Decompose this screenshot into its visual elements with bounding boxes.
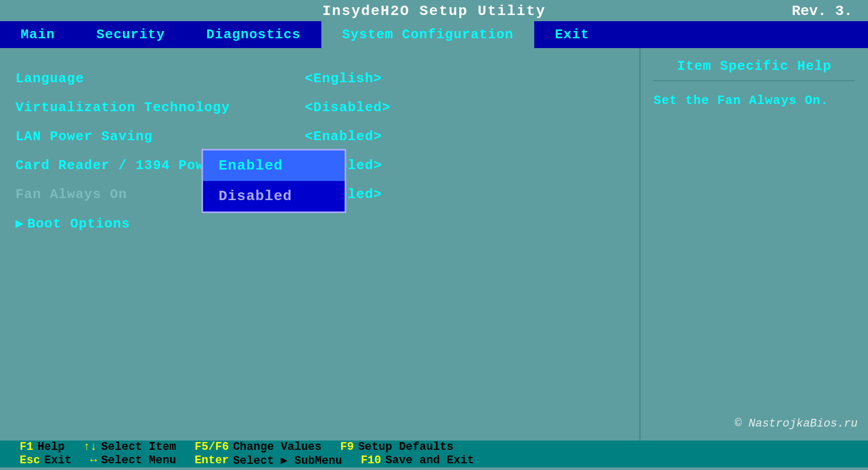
nav-item-system-configuration[interactable]: System Configuration [321, 21, 534, 48]
help-text: Set the Fan Always On. [654, 92, 855, 110]
bottom-key-f10: F10Save and Exit [351, 453, 483, 467]
menu-value-1: <Disabled> [305, 100, 391, 115]
bottom-key-f9: F9Setup Defaults [331, 441, 463, 453]
right-panel: Item Specific Help Set the Fan Always On… [641, 48, 868, 441]
key-label: ↑↓ [83, 441, 97, 453]
nav-item-main[interactable]: Main [0, 21, 75, 48]
key-desc: Select Menu [101, 454, 176, 467]
bottom-key-enter: EnterSelect ▶ SubMenu [185, 453, 351, 467]
key-label: Enter [195, 454, 229, 467]
nav-item-exit[interactable]: Exit [534, 21, 610, 48]
menu-row-1[interactable]: Virtualization Technology<Disabled> [16, 98, 624, 117]
bottom-key-↔: ↔Select Menu [81, 453, 185, 467]
menu-label-2: LAN Power Saving [16, 129, 305, 144]
bottom-bar: F1Help↑↓Select ItemF5/F6Change ValuesF9S… [0, 441, 868, 467]
menu-label-5: ▶Boot Options [16, 215, 305, 232]
key-label: F5/F6 [195, 441, 229, 453]
key-desc: Setup Defaults [358, 441, 454, 453]
key-label: F10 [361, 454, 381, 467]
arrow-icon-5: ▶ [16, 216, 24, 232]
menu-row-2[interactable]: LAN Power Saving<Enabled> [16, 127, 624, 146]
main-content: Language<English>Virtualization Technolo… [0, 48, 868, 441]
nav-bar: MainSecurityDiagnosticsSystem Configurat… [0, 21, 868, 48]
key-label: Esc [20, 454, 40, 467]
key-label: ↔ [90, 454, 97, 467]
nav-item-security[interactable]: Security [75, 21, 185, 48]
key-desc: Change Values [233, 441, 322, 453]
key-desc: Exit [44, 454, 72, 467]
dropdown-popup[interactable]: EnabledDisabled [202, 149, 346, 213]
key-label: F1 [20, 441, 33, 453]
bottom-key-f1: F1Help [10, 441, 74, 453]
left-panel: Language<English>Virtualization Technolo… [0, 48, 641, 441]
bottom-key-↑↓: ↑↓Select Item [74, 441, 185, 453]
dropdown-option-0[interactable]: Enabled [203, 150, 345, 181]
app-title: InsydeH2O Setup Utility [322, 3, 546, 19]
key-desc: Help [37, 441, 65, 453]
watermark: © NastrojkaBios.ru [735, 417, 858, 430]
key-desc: Save and Exit [385, 454, 474, 467]
dropdown-option-1[interactable]: Disabled [203, 181, 345, 211]
key-desc: Select Item [101, 441, 176, 453]
nav-item-diagnostics[interactable]: Diagnostics [185, 21, 321, 48]
menu-value-0: <English> [305, 71, 382, 86]
bottom-key-esc: EscExit [10, 453, 81, 467]
key-desc: Select ▶ SubMenu [233, 453, 342, 467]
menu-label-1: Virtualization Technology [16, 100, 305, 115]
menu-row-0[interactable]: Language<English> [16, 69, 624, 88]
menu-value-2: <Enabled> [305, 129, 382, 144]
title-bar: InsydeH2O Setup Utility Rev. 3. [0, 0, 868, 21]
menu-label-0: Language [16, 71, 305, 86]
bottom-key-f5-f6: F5/F6Change Values [185, 441, 331, 453]
menu-row-5[interactable]: ▶Boot Options [16, 214, 624, 233]
revision-text: Rev. 3. [792, 3, 853, 19]
key-label: F9 [340, 441, 354, 453]
help-title: Item Specific Help [654, 58, 855, 81]
